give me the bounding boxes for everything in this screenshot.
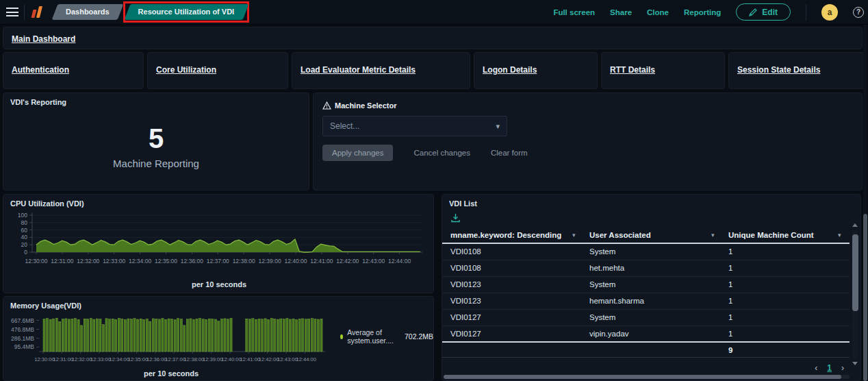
svg-text:12:37:00: 12:37:00 — [207, 258, 229, 265]
svg-text:12:34:00: 12:34:00 — [109, 356, 129, 362]
main-dashboard-panel: Main Dashboard — [3, 27, 863, 49]
legend-dot-icon — [340, 334, 343, 339]
table-vertical-scrollbar[interactable] — [852, 230, 858, 359]
next-page-icon[interactable]: › — [841, 363, 844, 373]
table-cell: 1 — [728, 297, 732, 305]
table-row: VDI0108System1 — [442, 244, 850, 260]
top-navigation-bar: Dashboards Resource Utilization of VDI F… — [0, 0, 868, 25]
metric-caption: Machine Reporting — [3, 158, 309, 169]
page-scrollbar[interactable] — [863, 25, 867, 381]
breadcrumb-current-dashboard[interactable]: Resource Utilization of VDI — [127, 4, 246, 20]
svg-text:12:40:00: 12:40:00 — [221, 356, 242, 362]
memory-bar-chart: 95.4MB286.1MB476.8MB667.6MB12:30:0012:31… — [3, 312, 339, 369]
svg-text:12:31:00: 12:31:00 — [53, 356, 74, 362]
svg-text:12:39:00: 12:39:00 — [203, 356, 223, 362]
svg-text:12:42:00: 12:42:00 — [259, 356, 279, 362]
svg-text:12:38:00: 12:38:00 — [184, 356, 205, 362]
panel-title: Memory Usage(VDI) — [3, 297, 433, 310]
main-dashboard-link[interactable]: Main Dashboard — [12, 34, 75, 44]
previous-page-icon[interactable]: ‹ — [815, 363, 817, 373]
app-logo[interactable] — [30, 5, 45, 19]
user-avatar[interactable]: a — [821, 4, 838, 21]
page-number[interactable]: 1 — [827, 363, 832, 373]
scroll-down-icon[interactable] — [852, 362, 858, 365]
nav-panel-authentication: Authentication — [3, 52, 144, 89]
load-evaluator-metric-details-link[interactable]: Load Evaluator Metric Details — [301, 65, 416, 75]
svg-text:12:31:00: 12:31:00 — [51, 258, 73, 265]
rtt-details-link[interactable]: RTT Details — [610, 65, 655, 75]
nav-panel-load-evaluator: Load Evaluator Metric Details — [292, 52, 470, 89]
cpu-utilization-panel: CPU Utilization (VDI) 02040608010012:30:… — [3, 194, 434, 293]
apply-changes-button[interactable]: Apply changes — [322, 145, 393, 161]
table-cell: VDI0108 — [450, 247, 481, 256]
svg-text:12:35:00: 12:35:00 — [155, 258, 177, 265]
svg-text:12:41:00: 12:41:00 — [240, 356, 261, 362]
table-cell: System — [589, 280, 615, 288]
svg-text:12:40:00: 12:40:00 — [284, 258, 307, 265]
table-cell: 1 — [728, 330, 732, 338]
table-horizontal-scrollbar[interactable] — [444, 375, 850, 379]
chevron-down-icon[interactable]: ▾ — [838, 232, 841, 238]
column-header-mname[interactable]: mname.keyword: Descending — [450, 231, 561, 239]
session-state-details-link[interactable]: Session State Details — [737, 65, 820, 75]
svg-text:476.8MB: 476.8MB — [11, 326, 34, 333]
machine-selector-panel: Machine Selector Select... ▾ Apply chang… — [313, 93, 863, 190]
share-link[interactable]: Share — [610, 8, 632, 16]
chevron-down-icon[interactable]: ▾ — [572, 232, 576, 238]
svg-text:20: 20 — [21, 241, 28, 248]
topbar-left: Dashboards Resource Utilization of VDI — [0, 0, 249, 24]
table-cell: VDI0123 — [450, 280, 481, 288]
red-annotation-box: Resource Utilization of VDI — [123, 1, 250, 23]
total-unique-machine-count: 9 — [728, 346, 732, 354]
breadcrumb-dashboards[interactable]: Dashboards — [55, 4, 120, 20]
svg-text:12:33:00: 12:33:00 — [90, 356, 111, 362]
cancel-changes-button[interactable]: Cancel changes — [413, 149, 470, 157]
edit-button[interactable]: Edit — [736, 3, 791, 21]
help-icon[interactable]: ? — [853, 7, 864, 18]
column-header-count[interactable]: Unique Machine Count — [728, 231, 814, 239]
svg-text:12:42:00: 12:42:00 — [336, 258, 359, 265]
svg-text:12:34:00: 12:34:00 — [129, 258, 151, 265]
memory-usage-panel: Memory Usage(VDI) 95.4MB286.1MB476.8MB66… — [3, 296, 434, 381]
clear-form-button[interactable]: Clear form — [491, 149, 528, 157]
svg-text:60: 60 — [21, 227, 28, 234]
core-utilization-link[interactable]: Core Utilization — [156, 65, 216, 75]
table-cell: 1 — [728, 247, 732, 256]
scroll-up-icon[interactable] — [852, 223, 858, 227]
full-screen-link[interactable]: Full screen — [553, 8, 595, 16]
menu-hamburger-icon[interactable] — [6, 8, 18, 16]
clone-link[interactable]: Clone — [647, 8, 669, 16]
dashboard-links-row: Authentication Core Utilization Load Eva… — [3, 52, 865, 89]
chevron-down-icon[interactable]: ▾ — [711, 232, 715, 238]
panel-title: CPU Utilization (VDI) — [3, 195, 433, 208]
dashboard-app: Dashboards Resource Utilization of VDI F… — [0, 0, 868, 381]
vdi-list-panel: VDI List mname.keyword: Descending▾ User… — [442, 194, 861, 381]
table-cell: vipin.yadav — [589, 330, 629, 338]
memory-legend[interactable]: Average of system.user.... 702.2MB — [340, 328, 433, 345]
table-total-row: 9 — [442, 341, 850, 358]
breadcrumb-current-label: Resource Utilization of VDI — [138, 8, 235, 16]
nav-panel-logon-details: Logon Details — [474, 52, 598, 89]
cpu-x-axis-label: per 10 seconds — [3, 280, 435, 288]
authentication-link[interactable]: Authentication — [12, 65, 69, 75]
svg-text:286.1MB: 286.1MB — [11, 335, 34, 342]
topbar-actions: Full screen Share Clone Reporting Edit a… — [553, 3, 868, 21]
download-icon[interactable] — [450, 213, 461, 223]
machine-selector-label-row: Machine Selector — [322, 101, 862, 110]
table-cell: VDI0127 — [450, 313, 481, 321]
svg-text:12:33:00: 12:33:00 — [103, 258, 125, 265]
table-body: VDI0108System1VDI0108het.mehta1VDI0123Sy… — [442, 244, 850, 343]
svg-text:40: 40 — [21, 234, 28, 241]
svg-text:12:37:00: 12:37:00 — [165, 356, 186, 362]
machine-select-dropdown[interactable]: Select... ▾ — [322, 116, 507, 136]
select-placeholder: Select... — [330, 121, 359, 131]
nav-panel-core-utilization: Core Utilization — [147, 52, 288, 89]
table-cell: 1 — [728, 280, 732, 288]
column-header-user[interactable]: User Associated — [589, 231, 651, 239]
breadcrumb-dashboards-label: Dashboards — [66, 8, 110, 16]
reporting-link[interactable]: Reporting — [684, 8, 721, 16]
table-row: VDI0108het.mehta1 — [442, 260, 850, 277]
machine-reporting-metric: 5 Machine Reporting — [3, 125, 309, 169]
logon-details-link[interactable]: Logon Details — [483, 65, 537, 75]
table-cell: 1 — [728, 313, 732, 321]
